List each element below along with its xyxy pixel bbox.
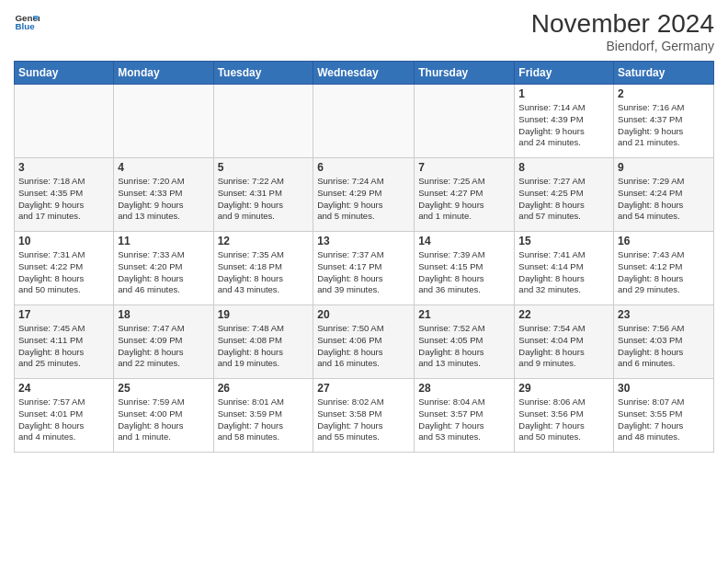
cell-3-0: 17Sunrise: 7:45 AM Sunset: 4:11 PM Dayli… <box>15 305 114 379</box>
day-info: Sunrise: 7:18 AM Sunset: 4:35 PM Dayligh… <box>18 176 109 223</box>
day-info: Sunrise: 8:01 AM Sunset: 3:59 PM Dayligh… <box>218 396 310 443</box>
day-number: 17 <box>18 308 109 321</box>
day-number: 14 <box>418 235 510 247</box>
day-info: Sunrise: 8:06 AM Sunset: 3:56 PM Dayligh… <box>518 396 609 443</box>
day-info: Sunrise: 7:37 AM Sunset: 4:17 PM Dayligh… <box>317 249 410 296</box>
day-info: Sunrise: 7:45 AM Sunset: 4:11 PM Dayligh… <box>18 323 109 370</box>
day-number: 24 <box>18 382 109 395</box>
day-number: 15 <box>518 235 609 247</box>
day-info: Sunrise: 7:54 AM Sunset: 4:04 PM Dayligh… <box>518 323 609 370</box>
day-number: 28 <box>418 382 510 395</box>
day-info: Sunrise: 7:20 AM Sunset: 4:33 PM Dayligh… <box>118 176 209 223</box>
day-number: 26 <box>218 382 310 395</box>
cell-0-1 <box>114 85 213 158</box>
cell-2-4: 14Sunrise: 7:39 AM Sunset: 4:15 PM Dayli… <box>415 232 515 305</box>
day-number: 25 <box>118 382 209 395</box>
header: General Blue November 2024 Biendorf, Ger… <box>14 9 714 53</box>
cell-4-5: 29Sunrise: 8:06 AM Sunset: 3:56 PM Dayli… <box>515 379 614 453</box>
day-info: Sunrise: 7:29 AM Sunset: 4:24 PM Dayligh… <box>618 176 710 223</box>
page: General Blue November 2024 Biendorf, Ger… <box>0 0 728 563</box>
day-info: Sunrise: 7:41 AM Sunset: 4:14 PM Dayligh… <box>518 249 609 296</box>
weekday-header-row: Sunday Monday Tuesday Wednesday Thursday… <box>15 62 714 85</box>
day-info: Sunrise: 7:43 AM Sunset: 4:12 PM Dayligh… <box>618 249 710 296</box>
header-friday: Friday <box>515 62 614 85</box>
calendar-table: Sunday Monday Tuesday Wednesday Thursday… <box>14 61 714 453</box>
cell-0-4 <box>415 85 515 158</box>
header-monday: Monday <box>114 62 213 85</box>
header-wednesday: Wednesday <box>313 62 415 85</box>
cell-0-3 <box>313 85 415 158</box>
day-number: 30 <box>618 382 710 395</box>
cell-0-5: 1Sunrise: 7:14 AM Sunset: 4:39 PM Daylig… <box>515 85 614 158</box>
day-number: 7 <box>418 161 510 174</box>
cell-2-3: 13Sunrise: 7:37 AM Sunset: 4:17 PM Dayli… <box>313 232 415 305</box>
day-number: 10 <box>18 235 109 247</box>
cell-4-4: 28Sunrise: 8:04 AM Sunset: 3:57 PM Dayli… <box>415 379 515 453</box>
day-number: 4 <box>118 161 209 174</box>
day-number: 18 <box>118 308 209 321</box>
logo: General Blue <box>14 9 40 35</box>
day-number: 23 <box>618 308 710 321</box>
day-number: 27 <box>317 382 410 395</box>
day-number: 16 <box>618 235 710 247</box>
month-title: November 2024 <box>531 9 714 39</box>
day-number: 6 <box>317 161 410 174</box>
cell-1-6: 9Sunrise: 7:29 AM Sunset: 4:24 PM Daylig… <box>614 158 714 232</box>
logo-icon: General Blue <box>14 9 40 35</box>
day-number: 8 <box>518 161 609 174</box>
cell-3-3: 20Sunrise: 7:50 AM Sunset: 4:06 PM Dayli… <box>313 305 415 379</box>
cell-3-6: 23Sunrise: 7:56 AM Sunset: 4:03 PM Dayli… <box>614 305 714 379</box>
day-info: Sunrise: 8:07 AM Sunset: 3:55 PM Dayligh… <box>618 396 710 443</box>
day-info: Sunrise: 8:02 AM Sunset: 3:58 PM Dayligh… <box>317 396 410 443</box>
header-sunday: Sunday <box>15 62 114 85</box>
svg-text:Blue: Blue <box>15 21 35 31</box>
day-number: 29 <box>518 382 609 395</box>
day-info: Sunrise: 7:47 AM Sunset: 4:09 PM Dayligh… <box>118 323 209 370</box>
day-info: Sunrise: 7:35 AM Sunset: 4:18 PM Dayligh… <box>218 249 310 296</box>
title-block: November 2024 Biendorf, Germany <box>531 9 714 53</box>
day-number: 9 <box>618 161 710 174</box>
cell-2-2: 12Sunrise: 7:35 AM Sunset: 4:18 PM Dayli… <box>213 232 313 305</box>
day-number: 21 <box>418 308 510 321</box>
cell-0-2 <box>213 85 313 158</box>
cell-4-0: 24Sunrise: 7:57 AM Sunset: 4:01 PM Dayli… <box>15 379 114 453</box>
day-info: Sunrise: 7:52 AM Sunset: 4:05 PM Dayligh… <box>418 323 510 370</box>
cell-4-1: 25Sunrise: 7:59 AM Sunset: 4:00 PM Dayli… <box>114 379 213 453</box>
location: Biendorf, Germany <box>531 39 714 53</box>
day-number: 2 <box>618 87 710 100</box>
header-tuesday: Tuesday <box>213 62 313 85</box>
cell-1-1: 4Sunrise: 7:20 AM Sunset: 4:33 PM Daylig… <box>114 158 213 232</box>
week-row-2: 3Sunrise: 7:18 AM Sunset: 4:35 PM Daylig… <box>15 158 714 232</box>
day-number: 13 <box>317 235 410 247</box>
day-number: 11 <box>118 235 209 247</box>
cell-1-2: 5Sunrise: 7:22 AM Sunset: 4:31 PM Daylig… <box>213 158 313 232</box>
day-info: Sunrise: 7:16 AM Sunset: 4:37 PM Dayligh… <box>618 102 710 149</box>
day-info: Sunrise: 7:33 AM Sunset: 4:20 PM Dayligh… <box>118 249 209 296</box>
day-info: Sunrise: 7:27 AM Sunset: 4:25 PM Dayligh… <box>518 176 609 223</box>
cell-1-0: 3Sunrise: 7:18 AM Sunset: 4:35 PM Daylig… <box>15 158 114 232</box>
day-info: Sunrise: 7:14 AM Sunset: 4:39 PM Dayligh… <box>518 102 609 149</box>
header-saturday: Saturday <box>614 62 714 85</box>
day-info: Sunrise: 7:48 AM Sunset: 4:08 PM Dayligh… <box>218 323 310 370</box>
day-info: Sunrise: 7:59 AM Sunset: 4:00 PM Dayligh… <box>118 396 209 443</box>
day-number: 19 <box>218 308 310 321</box>
cell-0-0 <box>15 85 114 158</box>
cell-4-6: 30Sunrise: 8:07 AM Sunset: 3:55 PM Dayli… <box>614 379 714 453</box>
day-info: Sunrise: 7:56 AM Sunset: 4:03 PM Dayligh… <box>618 323 710 370</box>
day-info: Sunrise: 7:22 AM Sunset: 4:31 PM Dayligh… <box>218 176 310 223</box>
day-number: 12 <box>218 235 310 247</box>
cell-1-4: 7Sunrise: 7:25 AM Sunset: 4:27 PM Daylig… <box>415 158 515 232</box>
header-thursday: Thursday <box>415 62 515 85</box>
week-row-1: 1Sunrise: 7:14 AM Sunset: 4:39 PM Daylig… <box>15 85 714 158</box>
day-info: Sunrise: 7:24 AM Sunset: 4:29 PM Dayligh… <box>317 176 410 223</box>
day-info: Sunrise: 7:50 AM Sunset: 4:06 PM Dayligh… <box>317 323 410 370</box>
cell-3-4: 21Sunrise: 7:52 AM Sunset: 4:05 PM Dayli… <box>415 305 515 379</box>
day-info: Sunrise: 8:04 AM Sunset: 3:57 PM Dayligh… <box>418 396 510 443</box>
cell-1-5: 8Sunrise: 7:27 AM Sunset: 4:25 PM Daylig… <box>515 158 614 232</box>
day-info: Sunrise: 7:39 AM Sunset: 4:15 PM Dayligh… <box>418 249 510 296</box>
cell-3-1: 18Sunrise: 7:47 AM Sunset: 4:09 PM Dayli… <box>114 305 213 379</box>
cell-4-3: 27Sunrise: 8:02 AM Sunset: 3:58 PM Dayli… <box>313 379 415 453</box>
day-info: Sunrise: 7:25 AM Sunset: 4:27 PM Dayligh… <box>418 176 510 223</box>
day-info: Sunrise: 7:57 AM Sunset: 4:01 PM Dayligh… <box>18 396 109 443</box>
cell-2-0: 10Sunrise: 7:31 AM Sunset: 4:22 PM Dayli… <box>15 232 114 305</box>
